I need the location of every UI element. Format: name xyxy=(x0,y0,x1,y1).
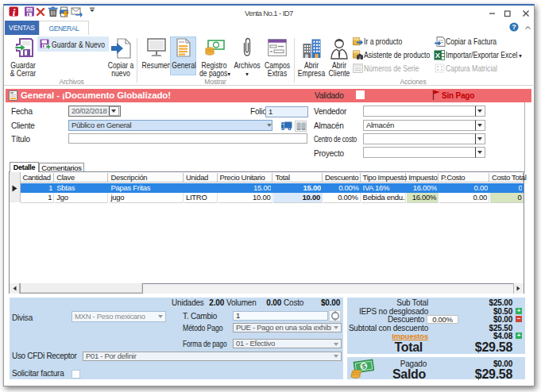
svg-text:X: X xyxy=(435,51,441,60)
svg-text:i: i xyxy=(13,6,16,17)
svg-text:?: ? xyxy=(512,23,516,31)
